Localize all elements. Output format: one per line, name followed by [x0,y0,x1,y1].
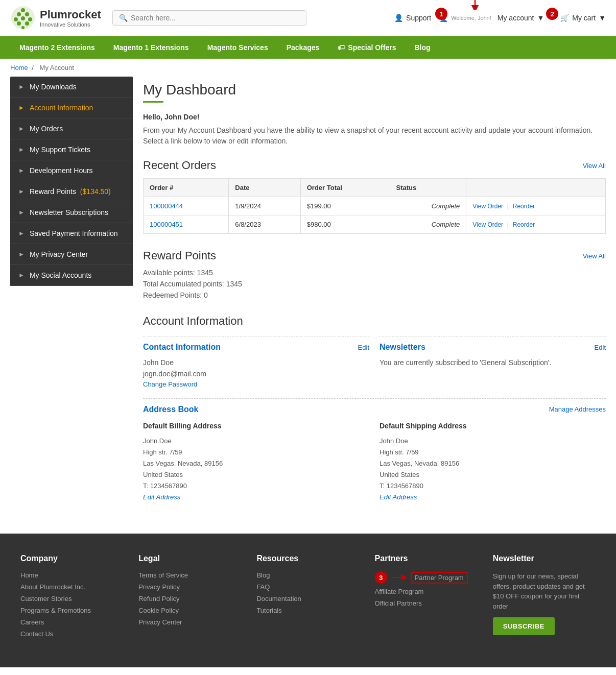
reward-total: Total Accumulated points: 1345 [143,280,606,288]
reorder-link-1[interactable]: Reorder [513,203,535,210]
chevron-icon-active: ► [18,104,25,111]
footer-link-faq[interactable]: FAQ [256,583,359,591]
view-order-link-2[interactable]: View Order [472,221,503,228]
logo-icon [10,5,36,31]
newsletters-text: You are currently subscribed to 'General… [380,357,606,368]
breadcrumb: Home / My Account [0,59,616,77]
sidebar-label-account-info: Account Information [30,104,93,112]
nav-magento1[interactable]: Magento 1 Extensions [104,36,198,59]
nav-services[interactable]: Magento Services [198,36,277,59]
sidebar-item-reward[interactable]: ► Reward Points ($134.50) [10,181,133,202]
order-total-2: $980.00 [300,215,390,234]
reward-amount: ($134.50) [80,187,111,196]
sidebar-label-payment: Saved Payment Information [30,229,118,237]
sidebar-item-payment[interactable]: ► Saved Payment Information [10,223,133,244]
contact-header: Contact Information Edit [143,343,369,352]
sidebar-item-privacy[interactable]: ► My Privacy Center [10,244,133,265]
shipping-phone: T: 1234567890 [380,482,423,490]
nav-special-offers[interactable]: 🏷 Special Offers [328,36,405,59]
col-actions [466,179,606,197]
sidebar-item-newsletter[interactable]: ► Newsletter Subscriptions [10,202,133,223]
footer-link-privacy-center[interactable]: Privacy Center [138,618,241,626]
account-link[interactable]: 👤 Welcome, John! My account ▼ [439,14,544,22]
support-link[interactable]: 👤 Support [394,14,431,22]
sidebar-label-newsletter: Newsletter Subscriptions [30,208,108,216]
order-total-1: $199.00 [300,197,390,215]
search-input[interactable] [131,14,300,22]
pipe: | [507,202,509,210]
footer-link-about[interactable]: About Plumrocket Inc. [20,583,123,591]
footer-link-tos[interactable]: Terms of Service [138,571,241,579]
sidebar-item-dev-hours[interactable]: ► Development Hours [10,160,133,181]
annotation-arrow-3 [391,573,407,582]
order-link-2[interactable]: 100000451 [150,221,183,228]
footer-link-programs[interactable]: Programs & Promotions [20,607,123,614]
footer-newsletter-title: Newsletter [493,554,596,563]
footer-link-tutorials[interactable]: Tutorials [256,607,359,614]
account-wrapper: 1 👤 Welcome, John! My account ▼ [439,14,544,22]
contact-edit[interactable]: Edit [358,344,369,351]
main-content: My Dashboard Hello, John Doe! From your … [143,77,606,518]
col-total: Order Total [300,179,390,197]
recent-orders-view-all[interactable]: View All [583,162,606,170]
footer-link-careers[interactable]: Careers [20,618,123,626]
address-book-header: Address Book Manage Addresses [143,398,606,414]
cart-label: My cart [572,14,596,22]
chevron-icon: ► [18,188,25,195]
footer-link-stories[interactable]: Customer Stories [20,595,123,602]
shipping-edit-link[interactable]: Edit Address [380,493,417,501]
reward-view-all[interactable]: View All [583,252,606,260]
footer-link-refund[interactable]: Refund Policy [138,595,241,602]
contact-name: John Doe [143,357,369,368]
page-title: My Dashboard [143,82,606,98]
partner-program-row: 3 Partner Program [375,571,478,584]
footer: Company Home About Plumrocket Inc. Custo… [0,534,616,667]
billing-country: United States [143,471,183,478]
subscribe-button[interactable]: SUBSCRIBE [493,617,555,635]
search-bar[interactable]: 🔍 [112,10,306,26]
order-link-1[interactable]: 100000444 [150,202,183,210]
sidebar-item-downloads[interactable]: ► My Downloads [10,77,133,98]
account-info-title: Account Information [143,315,606,328]
shipping-country: United States [380,471,419,478]
change-password-link[interactable]: Change Password [143,380,197,388]
shipping-title: Default Shipping Address [380,420,606,432]
view-order-link-1[interactable]: View Order [472,203,503,210]
footer-link-privacy[interactable]: Privacy Policy [138,583,241,591]
footer-link-contact[interactable]: Contact Us [20,630,123,638]
nav-packages[interactable]: Packages [277,36,329,59]
footer-link-official-partners[interactable]: Official Partners [375,599,478,607]
reorder-link-2[interactable]: Reorder [513,221,535,228]
table-row: 100000451 6/8/2023 $980.00 Complete View… [144,215,606,234]
footer-link-docs[interactable]: Documentation [256,595,359,602]
order-date-1: 1/9/2024 [229,197,300,215]
footer-link-blog[interactable]: Blog [256,571,359,579]
billing-title: Default Billing Address [143,420,369,432]
footer-link-affiliate[interactable]: Affiliate Program [375,588,478,595]
sidebar-item-orders[interactable]: ► My Orders [10,118,133,139]
sidebar-item-social[interactable]: ► My Social Accounts [10,265,133,286]
newsletter-text: Sign up for our news, special offers, pr… [493,571,596,611]
svg-point-6 [28,17,32,21]
nav-blog[interactable]: Blog [405,36,439,59]
order-date-2: 6/8/2023 [229,215,300,234]
breadcrumb-current: My Account [40,64,74,71]
annotation-badge-2: 2 [546,8,558,20]
footer-link-partner[interactable]: Partner Program [411,572,468,584]
billing-edit-link[interactable]: Edit Address [143,493,180,501]
sidebar-item-support[interactable]: ► My Support Tickets [10,139,133,160]
breadcrumb-home[interactable]: Home [10,64,28,71]
col-status: Status [390,179,466,197]
sidebar-item-account-info[interactable]: ► Account Information [10,98,133,118]
footer-link-home[interactable]: Home [20,571,123,579]
nav-magento2[interactable]: Magento 2 Extensions [10,36,104,59]
cart-link[interactable]: 🛒 My cart ▼ [560,14,606,22]
newsletters-edit[interactable]: Edit [595,344,606,351]
recent-orders-title: Recent Orders [143,159,216,172]
manage-addresses-link[interactable]: Manage Addresses [549,405,606,413]
recent-orders-header: Recent Orders View All [143,159,606,172]
shipping-name: John Doe [380,437,408,445]
footer-resources-title: Resources [256,554,359,563]
annotation-badge-1: 1 [435,8,447,20]
footer-link-cookie[interactable]: Cookie Policy [138,607,241,614]
